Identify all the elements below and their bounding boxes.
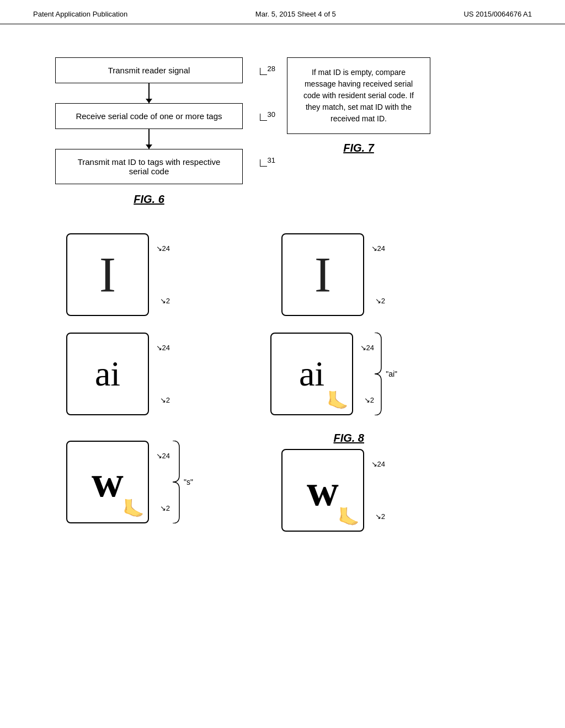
tile-s-right-num2: ↘2 <box>375 512 385 521</box>
tile-s-left-footprint: 🦶 <box>122 498 145 519</box>
tile-l-left-wrapper: I ↘24 ↘2 <box>66 233 149 316</box>
main-content: Transmit reader signal 28 Receive serial… <box>0 24 565 554</box>
tile-s-left-bracket-text: "s" <box>184 478 193 486</box>
tile-ai-left: ai <box>66 333 149 415</box>
tile-ai-right-wrapper: ai 🦶 ↘24 ↘2 "ai" <box>270 333 353 415</box>
tile-row-3: w 🦶 ↘24 ↘2 "s" FIG. 8 <box>33 432 532 532</box>
tile-l-right: I <box>281 233 364 316</box>
tile-l-right-wrapper: I ↘24 ↘2 <box>281 233 364 316</box>
tile-l-left: I <box>66 233 149 316</box>
tile-ai-left-content: ai <box>95 354 120 394</box>
tile-l-right-num2: ↘2 <box>375 297 385 305</box>
tile-s-left-content: w <box>92 457 124 507</box>
flow-num-31: 31 <box>260 156 275 164</box>
tile-ai-left-wrapper: ai ↘24 ↘2 <box>66 333 149 415</box>
tile-s-left-num24: ↘24 <box>156 452 170 460</box>
fig6-flowchart: Transmit reader signal 28 Receive serial… <box>33 57 265 206</box>
tile-ai-right-content: ai <box>299 354 324 394</box>
tile-l-left-content: I <box>99 247 116 303</box>
curly-bracket-ai <box>372 333 383 415</box>
tile-l-left-num2: ↘2 <box>160 297 170 305</box>
page-header: Patent Application Publication Mar. 5, 2… <box>0 0 565 24</box>
tile-s-left: w 🦶 <box>66 441 149 523</box>
tile-ai-left-num24: ↘24 <box>156 344 170 352</box>
tile-l-right-content: I <box>315 247 331 303</box>
tile-row-1: I ↘24 ↘2 I ↘24 ↘2 <box>33 233 532 316</box>
flow-box-28: Transmit reader signal 28 <box>55 57 243 83</box>
tile-l-left-num24: ↘24 <box>156 244 170 253</box>
tile-s-right: w 🦶 <box>281 449 364 532</box>
tile-ai-right: ai 🦶 <box>270 333 353 415</box>
tile-s-left-bracket: "s" <box>170 441 193 523</box>
header-center: Mar. 5, 2015 Sheet 4 of 5 <box>255 10 336 18</box>
flow-box-31: Transmit mat ID to tags with respective … <box>55 149 243 184</box>
header-left: Patent Application Publication <box>33 10 127 18</box>
fig7-label: FIG. 7 <box>287 142 430 154</box>
fig8-label: FIG. 8 <box>333 432 364 445</box>
tile-row-2: ai ↘24 ↘2 ai 🦶 ↘24 ↘2 "a <box>33 333 532 415</box>
flow-box-30: Receive serial code of one or more tags … <box>55 103 243 129</box>
flow-num-30: 30 <box>260 110 275 119</box>
tile-ai-left-num2: ↘2 <box>160 396 170 404</box>
tile-s-left-wrapper: w 🦶 ↘24 ↘2 "s" <box>66 441 149 523</box>
tile-s-right-footprint: 🦶 <box>338 506 360 527</box>
tile-s-right-num24: ↘24 <box>371 460 385 468</box>
tile-s-right-wrapper: w 🦶 ↘24 ↘2 <box>281 449 364 532</box>
tile-s-left-num2: ↘2 <box>160 504 170 512</box>
curly-bracket-s-left <box>170 441 182 523</box>
flow-arrow-2 <box>148 129 150 149</box>
tiles-section: I ↘24 ↘2 I ↘24 ↘2 ai ↘24 ↘2 <box>33 233 532 532</box>
fig6-label: FIG. 6 <box>33 193 265 206</box>
tile-s-right-fig8-group: FIG. 8 w 🦶 ↘24 ↘2 <box>281 432 364 532</box>
header-right: US 2015/0064676 A1 <box>463 10 532 18</box>
flow-num-28: 28 <box>260 65 275 73</box>
tile-ai-right-footprint: 🦶 <box>327 390 349 411</box>
fig7-section: If mat ID is empty, compare message havi… <box>287 57 430 154</box>
fig6-fig7-section: Transmit reader signal 28 Receive serial… <box>33 57 532 206</box>
tile-ai-bracket-text: "ai" <box>386 370 397 378</box>
fig7-box: If mat ID is empty, compare message havi… <box>287 57 430 134</box>
flow-arrow-1 <box>148 83 150 103</box>
tile-ai-right-bracket: "ai" <box>372 333 397 415</box>
tile-s-right-content: w <box>307 465 339 516</box>
tile-l-right-num24: ↘24 <box>371 244 385 253</box>
